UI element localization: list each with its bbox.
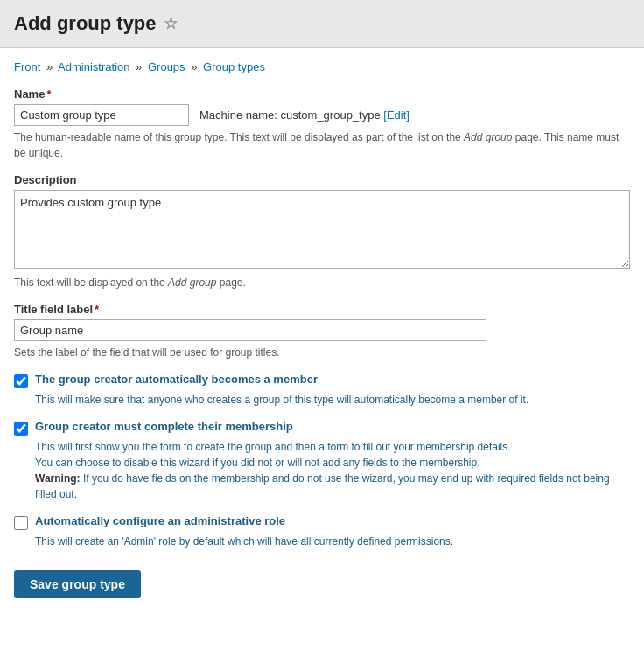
title-required-star: * [94, 303, 99, 316]
checkbox1-row: The group creator automatically becomes … [14, 373, 630, 388]
description-field-group: Description Provides custom group type T… [14, 173, 630, 290]
breadcrumb: Front » Administration » Groups » Group … [14, 60, 630, 73]
creator-member-label[interactable]: The group creator automatically becomes … [35, 373, 318, 386]
breadcrumb-groups[interactable]: Groups [148, 60, 186, 73]
admin-role-help: This will create an 'Admin' role by defa… [35, 534, 630, 549]
title-input[interactable] [14, 319, 486, 341]
admin-role-checkbox[interactable] [14, 516, 28, 530]
checkbox2-row: Group creator must complete their member… [14, 420, 630, 436]
name-label: Name* [14, 87, 630, 101]
checkbox1-group: The group creator automatically becomes … [14, 373, 630, 408]
save-group-type-button[interactable]: Save group type [14, 570, 141, 598]
title-field-group: Title field label* Sets the label of the… [14, 303, 630, 360]
breadcrumb-front[interactable]: Front [14, 60, 40, 73]
checkbox3-row: Automatically configure an administrativ… [14, 514, 630, 530]
name-row: Machine name: custom_group_type [Edit] [14, 104, 630, 126]
machine-name-text: Machine name: custom_group_type [Edit] [200, 108, 410, 122]
name-field-group: Name* Machine name: custom_group_type [E… [14, 87, 630, 161]
complete-membership-checkbox[interactable] [14, 422, 28, 436]
name-required-star: * [46, 87, 51, 101]
checkbox2-group: Group creator must complete their member… [14, 420, 630, 502]
complete-membership-help: This will first show you the form to cre… [35, 439, 630, 502]
star-icon[interactable]: ☆ [164, 14, 178, 33]
creator-member-checkbox[interactable] [14, 374, 28, 388]
description-textarea[interactable]: Provides custom group type [14, 190, 630, 269]
complete-membership-label[interactable]: Group creator must complete their member… [35, 420, 293, 433]
description-label: Description [14, 173, 630, 186]
title-help-text: Sets the label of the field that will be… [14, 345, 630, 360]
page-title: Add group type [14, 12, 157, 35]
warning-bold: Warning: [35, 472, 83, 485]
name-help-text: The human-readable name of this group ty… [14, 129, 630, 161]
machine-name-edit-link[interactable]: [Edit] [383, 108, 410, 122]
checkbox3-group: Automatically configure an administrativ… [14, 514, 630, 549]
admin-role-label[interactable]: Automatically configure an administrativ… [35, 514, 285, 527]
description-help-text: This text will be displayed on the Add g… [14, 275, 630, 290]
creator-member-help: This will make sure that anyone who crea… [35, 392, 630, 408]
page-header: Add group type ☆ [0, 0, 644, 48]
breadcrumb-administration[interactable]: Administration [58, 60, 130, 73]
content-area: Front » Administration » Groups » Group … [0, 48, 644, 611]
name-input[interactable] [14, 104, 189, 126]
breadcrumb-group-types[interactable]: Group types [203, 60, 265, 73]
title-label: Title field label* [14, 303, 630, 316]
